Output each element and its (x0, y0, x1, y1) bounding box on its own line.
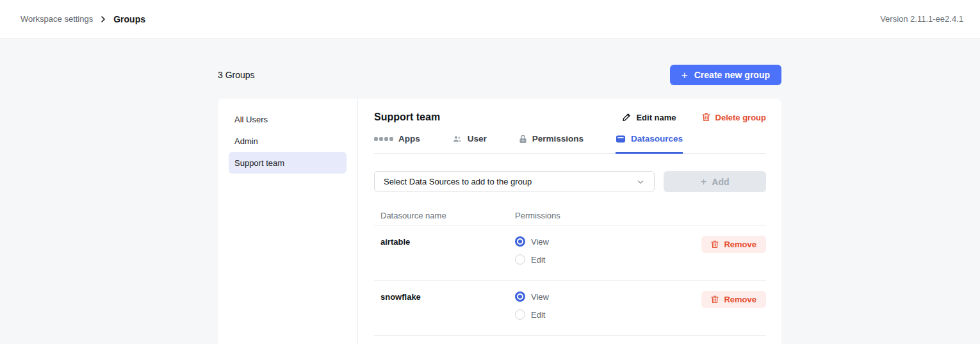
groups-count: 3 Groups (218, 70, 255, 80)
groups-toolbar: 3 Groups + Create new group (218, 65, 781, 85)
apps-grid-icon (374, 137, 393, 141)
tab-user[interactable]: User (452, 134, 487, 154)
tab-label: Apps (398, 134, 420, 143)
radio-view-label: View (531, 292, 549, 302)
add-button[interactable]: + Add (664, 171, 766, 192)
remove-label: Remove (724, 295, 756, 304)
datasource-select[interactable]: Select Data Sources to add to the group (374, 171, 655, 192)
datasource-select-value: Select Data Sources to add to the group (384, 177, 532, 186)
top-bar: Workspace settings Groups Version 2.11.1… (0, 0, 980, 38)
tab-label: User (468, 134, 487, 143)
chevron-down-icon (636, 177, 645, 186)
radio-unselected-icon[interactable] (515, 254, 525, 265)
trash-icon (702, 113, 710, 122)
tab-permissions[interactable]: Permissions (519, 134, 584, 154)
radio-view-label: View (531, 237, 549, 247)
breadcrumb-workspace-settings[interactable]: Workspace settings (20, 14, 93, 24)
group-item-label: All Users (234, 115, 268, 124)
plus-icon: + (682, 70, 688, 81)
add-button-label: Add (712, 177, 729, 187)
breadcrumb: Workspace settings Groups (20, 14, 145, 24)
tab-label: Permissions (532, 134, 584, 143)
remove-label: Remove (724, 240, 756, 249)
datasources-table: Datasource name Permissions airtable Vie… (374, 206, 766, 336)
radio-selected-icon[interactable] (515, 291, 525, 302)
group-item-support-team[interactable]: Support team (229, 152, 347, 174)
radio-edit[interactable]: Edit (515, 254, 549, 265)
group-item-admin[interactable]: Admin (229, 130, 347, 152)
remove-datasource-button[interactable]: Remove (701, 236, 766, 253)
table-row: airtable View Edit (374, 225, 766, 281)
groups-card: All Users Admin Support team Support tea… (218, 99, 781, 344)
group-item-all-users[interactable]: All Users (229, 108, 347, 130)
datasource-select-row: Select Data Sources to add to the group … (374, 171, 766, 192)
radio-selected-icon[interactable] (515, 236, 525, 247)
radio-unselected-icon[interactable] (515, 309, 525, 320)
version-label: Version 2.11.1-ee2.4.1 (880, 14, 963, 24)
radio-view[interactable]: View (515, 291, 549, 302)
groups-page: 3 Groups + Create new group All Users Ad… (0, 38, 980, 344)
trash-icon (711, 240, 719, 249)
radio-edit-label: Edit (531, 255, 545, 265)
delete-group-label: Delete group (715, 113, 766, 122)
tab-datasources[interactable]: Datasources (616, 134, 683, 154)
delete-group-button[interactable]: Delete group (702, 113, 766, 122)
column-header-permissions: Permissions (515, 211, 560, 220)
permission-radio-group: View Edit (515, 236, 549, 265)
radio-edit[interactable]: Edit (515, 309, 549, 320)
create-new-group-button[interactable]: + Create new group (670, 65, 781, 85)
database-icon (616, 135, 626, 143)
table-header-row: Datasource name Permissions (374, 206, 766, 225)
chevron-right-icon (99, 15, 107, 23)
trash-icon (711, 295, 719, 304)
plus-icon: + (700, 176, 706, 187)
tab-apps[interactable]: Apps (374, 134, 420, 154)
breadcrumb-groups: Groups (113, 14, 145, 24)
panel-header: Support team Edit name Delet (374, 111, 766, 123)
pencil-icon (622, 113, 631, 122)
tab-label: Datasources (631, 134, 683, 143)
lock-icon (519, 135, 527, 143)
radio-edit-label: Edit (531, 310, 545, 320)
column-header-datasource-name: Datasource name (374, 211, 515, 220)
group-title: Support team (374, 111, 622, 123)
datasource-name: airtable (374, 236, 515, 247)
table-row: snowflake View Edit (374, 281, 766, 336)
users-icon (452, 135, 462, 143)
group-item-label: Support team (234, 158, 284, 168)
create-new-group-label: Create new group (694, 70, 770, 80)
edit-name-label: Edit name (636, 113, 676, 122)
datasource-name: snowflake (374, 291, 515, 302)
group-list: All Users Admin Support team (218, 99, 357, 344)
group-detail-panel: Support team Edit name Delet (357, 99, 781, 344)
remove-datasource-button[interactable]: Remove (701, 291, 766, 308)
radio-view[interactable]: View (515, 236, 549, 247)
group-item-label: Admin (234, 136, 258, 146)
permission-radio-group: View Edit (515, 291, 549, 320)
group-tabs: Apps User Permissions (374, 134, 766, 154)
edit-name-button[interactable]: Edit name (622, 113, 676, 122)
